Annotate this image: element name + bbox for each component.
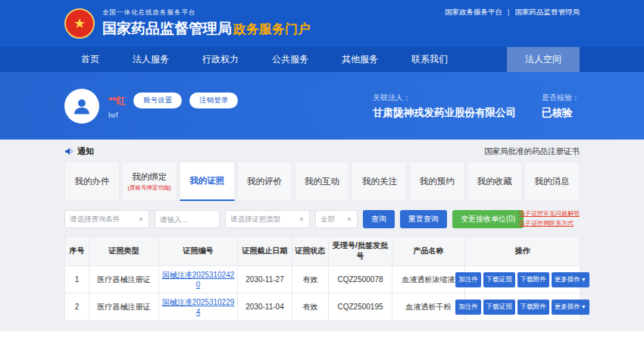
nav-item-public-services[interactable]: 公共服务: [255, 47, 325, 72]
annotate-button[interactable]: 加注件: [455, 300, 481, 315]
separator: |: [508, 8, 509, 16]
link-national-platform[interactable]: 国家政务服务平台: [445, 8, 502, 16]
col-header-license-type: 证照类型: [89, 237, 159, 266]
table-row: 2 医疗器械注册证 国械注准20253102294 2030-11-04 有效 …: [65, 293, 580, 321]
verify-status-group: 是否核验： 已核验: [542, 93, 580, 120]
nav-item-other-services[interactable]: 其他服务: [325, 47, 395, 72]
content-area: 通知 国家局批准的药品注册证书 我的办件 我的绑定(原账号绑定功能) 我的证照 …: [0, 140, 644, 331]
col-header-index: 序号: [65, 237, 89, 266]
user-info: **红 账号设置 注销登录 lsrf: [108, 93, 238, 119]
download-attachment-button[interactable]: 下载附件: [517, 300, 549, 315]
verify-status-label: 是否核验：: [542, 93, 580, 103]
related-corp-label: 关联法人：: [373, 93, 516, 103]
annotate-button[interactable]: 加注件: [455, 272, 481, 287]
cell-acceptance-number: CQZ2500195: [329, 293, 392, 321]
tab-my-reviews[interactable]: 我的评价: [237, 162, 292, 201]
col-header-status: 证照状态: [292, 237, 329, 266]
user-avatar: [64, 89, 99, 124]
nav-item-contact[interactable]: 联系我们: [395, 47, 464, 72]
cell-index: 1: [65, 266, 89, 293]
change-receiver-button[interactable]: 变更接收单位(0): [452, 210, 524, 228]
verify-status-value: 已核验: [542, 106, 580, 120]
chevron-down-icon: ▼: [138, 216, 144, 223]
tab-my-items[interactable]: 我的办件: [64, 162, 120, 201]
license-table: 序号 证照类型 证照编号 证照截止日期 证照状态 受理号/批签发批号 产品名称 …: [64, 236, 580, 321]
reset-query-button[interactable]: 重置查询: [400, 210, 447, 228]
license-faq-link[interactable]: 电子证照常见问题解答: [519, 209, 580, 219]
download-attachment-button[interactable]: 下载附件: [517, 272, 549, 287]
link-nmpa-site[interactable]: 国家药品监督管理局: [515, 8, 580, 16]
query-button[interactable]: 查询: [363, 210, 395, 228]
more-actions-button[interactable]: 更多操作▼: [552, 272, 589, 287]
user-banner: **红 账号设置 注销登录 lsrf 关联法人： 甘肃陇神戎发药业股份有限公司 …: [0, 72, 644, 140]
speaker-icon: [64, 146, 74, 156]
logout-button[interactable]: 注销登录: [189, 93, 238, 108]
help-links: 电子证照常见问题解答 电子证照网联系方式: [519, 209, 580, 229]
site-title: 国家药品监督管理局: [102, 20, 232, 36]
tab-my-follows[interactable]: 我的关注: [352, 162, 407, 201]
cell-status: 有效: [292, 293, 329, 321]
license-contact-link[interactable]: 电子证照网联系方式: [519, 219, 580, 229]
related-corp-value: 甘肃陇神戎发药业股份有限公司: [373, 106, 516, 120]
download-license-button[interactable]: 下载证照: [483, 300, 515, 315]
site-title-block: 全国一体化在线政务服务平台 国家药品监督管理局政务服务门户: [102, 8, 311, 39]
cell-index: 2: [65, 293, 89, 321]
header-top-links: 国家政务服务平台|国家药品监督管理局: [445, 8, 580, 17]
nav-corp-space[interactable]: 法人空间: [507, 47, 580, 72]
chevron-down-icon: ▼: [346, 216, 352, 223]
nav-item-administrative-power[interactable]: 行政权力: [186, 47, 255, 72]
cell-license-type: 医疗器械注册证: [89, 293, 159, 321]
tabs-bar: 我的办件 我的绑定(原账号绑定功能) 我的证照 我的评价 我的互动 我的关注 我…: [64, 162, 580, 201]
tab-my-interactions[interactable]: 我的互动: [295, 162, 350, 201]
account-settings-button[interactable]: 账号设置: [133, 93, 182, 108]
download-license-button[interactable]: 下载证照: [483, 272, 515, 287]
more-actions-button[interactable]: 更多操作▼: [552, 300, 589, 315]
query-condition-select[interactable]: 请选择查询条件 ▼: [64, 210, 149, 228]
related-corp-group: 关联法人： 甘肃陇神戎发药业股份有限公司: [373, 93, 516, 120]
filter-row: 请选择查询条件 ▼ 请选择证照类型 ▼ 全部 ▼ 查询 重置查询 变更接收单位(…: [64, 210, 580, 228]
cell-expiry: 2030-11-27: [238, 266, 292, 293]
nav-item-corporate-services[interactable]: 法人服务: [116, 47, 186, 72]
chevron-down-icon: ▼: [581, 277, 586, 282]
portal-title: 政务服务门户: [233, 22, 311, 36]
nav-item-home[interactable]: 首页: [64, 47, 116, 72]
tab-my-appointments[interactable]: 我的预约: [409, 162, 464, 201]
national-emblem-icon: ★: [64, 8, 95, 39]
notice-label: 通知: [77, 146, 94, 157]
chevron-down-icon: ▼: [299, 216, 305, 223]
cert-number-link[interactable]: 国械注准20253102420: [162, 271, 235, 289]
chevron-down-icon: ▼: [581, 304, 586, 309]
license-type-select[interactable]: 请选择证照类型 ▼: [225, 210, 310, 228]
user-name: **红: [108, 94, 126, 108]
notice-right-text[interactable]: 国家局批准的药品注册证书: [484, 146, 580, 157]
main-nav: 首页 法人服务 行政权力 公共服务 其他服务 联系我们 法人空间: [0, 47, 644, 72]
col-header-product-name: 产品名称: [392, 237, 465, 266]
cert-number-link[interactable]: 国械注准20253102294: [162, 298, 235, 316]
notice-row: 通知 国家局批准的药品注册证书: [64, 146, 580, 157]
platform-subtitle: 全国一体化在线政务服务平台: [102, 8, 311, 17]
tab-my-binding[interactable]: 我的绑定(原账号绑定功能): [122, 162, 177, 201]
col-header-acceptance-number: 受理号/批签发批号: [329, 237, 392, 266]
cell-product-name: 血液透析干粉: [392, 293, 465, 321]
tab-my-messages[interactable]: 我的消息: [524, 162, 580, 201]
col-header-actions: 操作: [465, 237, 580, 266]
col-header-expiry: 证照截止日期: [238, 237, 292, 266]
cell-status: 有效: [292, 266, 329, 293]
user-account-id: lsrf: [108, 111, 238, 119]
tab-my-favorites[interactable]: 我的收藏: [467, 162, 522, 201]
site-header: ★ 全国一体化在线政务服务平台 国家药品监督管理局政务服务门户 国家政务服务平台…: [0, 0, 644, 47]
tab-my-licenses[interactable]: 我的证照: [180, 162, 235, 201]
col-header-license-number: 证照编号: [159, 237, 238, 266]
table-header-row: 序号 证照类型 证照编号 证照截止日期 证照状态 受理号/批签发批号 产品名称 …: [65, 237, 580, 266]
cell-acceptance-number: CQZ2500078: [329, 266, 392, 293]
table-row: 1 医疗器械注册证 国械注准20253102420 2030-11-27 有效 …: [65, 266, 580, 293]
keyword-input[interactable]: [155, 210, 220, 228]
cell-license-type: 医疗器械注册证: [89, 266, 159, 293]
cell-expiry: 2030-11-04: [238, 293, 292, 321]
cell-product-name: 血液透析浓缩液: [392, 266, 465, 293]
tab-binding-subtext: (原账号绑定功能): [128, 184, 172, 192]
person-icon: [71, 96, 92, 117]
status-select[interactable]: 全部 ▼: [315, 210, 358, 228]
